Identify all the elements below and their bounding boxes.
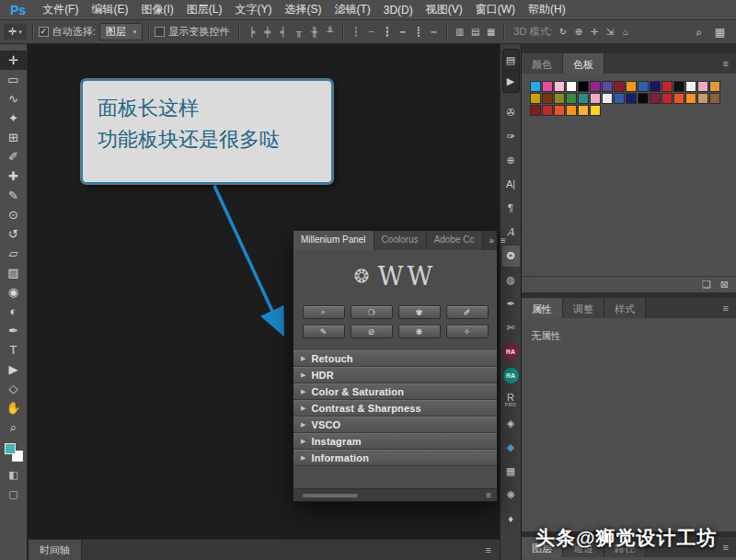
align-middle-icon[interactable]: ╫ [307, 25, 321, 40]
auto-select-checkbox[interactable]: ✓ [39, 27, 49, 37]
color-swatch[interactable] [578, 105, 589, 116]
3d-rotate-icon[interactable]: ↻ [557, 25, 570, 40]
color-swatch[interactable] [650, 93, 661, 104]
color-swatch[interactable] [638, 81, 649, 92]
clone-source-icon[interactable]: ⊕ [502, 150, 520, 171]
color-swatch[interactable] [614, 93, 625, 104]
retouch-pro-badge[interactable]: R PRO [502, 389, 520, 410]
screen-mode-icon[interactable]: ▢ [0, 485, 27, 504]
menu-item[interactable]: 文字(Y) [228, 2, 278, 17]
foreground-color-chip[interactable] [5, 443, 16, 454]
color-swatch[interactable] [614, 81, 625, 92]
move-tool[interactable]: ✛ [0, 51, 27, 70]
color-swatch[interactable] [697, 93, 708, 104]
panel-tab[interactable]: 样式 [604, 298, 646, 318]
align-top-icon[interactable]: ╥ [292, 25, 305, 40]
snowflake-panel-icon[interactable]: ❋ [502, 485, 520, 506]
cube-panel-icon[interactable]: ◈ [502, 413, 520, 434]
color-swatch[interactable] [673, 81, 684, 92]
panel-tab[interactable]: 调整 [563, 298, 604, 318]
gradient-tool[interactable]: ▨ [0, 263, 27, 282]
history-brush-tool[interactable]: ↺ [0, 224, 27, 244]
menu-item[interactable]: 滤镜(T) [328, 2, 376, 17]
blur-tool[interactable]: ◉ [0, 282, 27, 302]
color-swatch[interactable] [530, 105, 541, 116]
show-transform-checkbox[interactable] [155, 27, 165, 37]
color-button[interactable]: ❍ [351, 305, 393, 319]
distribute-left-icon[interactable]: ┅ [396, 25, 409, 40]
brush-settings-icon[interactable]: ✑ [502, 126, 520, 147]
color-swatch[interactable] [685, 81, 696, 92]
marquee-tool[interactable]: ▭ [0, 70, 27, 89]
menu-item[interactable]: 选择(S) [278, 2, 328, 17]
color-swatch[interactable] [542, 105, 553, 116]
portrait-button[interactable]: ✾ [398, 305, 441, 319]
menu-item[interactable]: 帮助(H) [522, 2, 572, 17]
color-swatch[interactable] [709, 81, 720, 92]
color-swatch[interactable] [697, 81, 708, 92]
color-swatch[interactable] [602, 81, 613, 92]
color-swatch[interactable] [542, 81, 553, 92]
arrange-icon-2[interactable]: ▤ [468, 25, 482, 40]
new-swatch-icon[interactable]: ❏ [702, 279, 711, 291]
distribute-center-icon[interactable]: ┋ [411, 25, 425, 40]
current-tool-button[interactable]: ✛ ▾ [4, 24, 27, 40]
workspace-icon[interactable]: ▦ [713, 25, 727, 40]
align-right-icon[interactable]: ╡ [276, 25, 290, 40]
quick-mask-icon[interactable]: ◧ [0, 465, 27, 485]
3d-slide-icon[interactable]: ⇲ [604, 25, 617, 40]
panel-menu-icon[interactable]: ≡ [716, 537, 736, 557]
magic-wand-tool[interactable]: ✦ [0, 109, 27, 128]
crop-tool[interactable]: ⊞ [0, 128, 27, 147]
scissors-icon[interactable]: ✄ [502, 317, 520, 338]
color-swatch[interactable] [578, 81, 589, 92]
eyedropper-tool[interactable]: ✐ [0, 147, 27, 166]
auto-select-dropdown[interactable]: 图层 ▾ [99, 23, 144, 40]
pen-button[interactable]: ✐ [446, 305, 489, 319]
color-swatch[interactable] [602, 93, 613, 104]
color-swatch[interactable] [709, 93, 720, 104]
color-swatch[interactable] [590, 93, 601, 104]
color-swatch[interactable] [650, 81, 661, 92]
menu-item[interactable]: 文件(F) [36, 2, 85, 17]
character-panel-icon[interactable]: A| [502, 174, 520, 195]
panel-section-header[interactable]: ▶ Information [293, 450, 497, 466]
overflow-icon[interactable]: » [489, 235, 495, 246]
align-left-icon[interactable]: ╞ [245, 25, 259, 40]
floating-panel-tab[interactable]: Adobe Cc [427, 231, 483, 250]
color-swatch[interactable] [685, 93, 696, 104]
hand-tool[interactable]: ✋ [0, 398, 27, 417]
clone-stamp-tool[interactable]: ⊙ [0, 205, 27, 224]
color-swatch[interactable] [578, 93, 589, 104]
color-swatch[interactable] [661, 93, 673, 104]
paragraph-panel-icon[interactable]: ¶ [502, 198, 520, 219]
color-swatch[interactable] [626, 93, 637, 104]
eraser-tool[interactable]: ▱ [0, 244, 27, 263]
color-swatch[interactable] [626, 81, 637, 92]
color-swatch[interactable] [566, 105, 577, 116]
color-swatch[interactable] [530, 81, 541, 92]
panel-tab[interactable]: 颜色 [522, 53, 563, 74]
color-swatch[interactable] [661, 81, 673, 92]
3d-drag-icon[interactable]: ✛ [588, 25, 602, 40]
adjustments-panel-icon[interactable]: ▤ [502, 50, 520, 71]
blue-cube-panel-icon[interactable]: ◆ [502, 437, 520, 458]
brush-tool[interactable]: ✎ [0, 186, 27, 205]
zoom-tool[interactable]: ⌕ [0, 417, 27, 437]
panel-footer-menu-icon[interactable]: ≡ [486, 490, 491, 500]
scrollbar-thumb[interactable] [303, 494, 358, 497]
panel-section-header[interactable]: ▶ Color & Saturation [293, 383, 497, 400]
patch-button[interactable]: ⊘ [351, 325, 393, 338]
distribute-top-icon[interactable]: ┆ [349, 25, 362, 40]
3d-roll-icon[interactable]: ⊕ [572, 25, 586, 40]
arrange-icon-1[interactable]: ▥ [453, 25, 466, 40]
panel-section-header[interactable]: ▶ VSCO [293, 417, 497, 433]
panel-section-header[interactable]: ▶ Retouch [293, 350, 497, 367]
distribute-bottom-icon[interactable]: ┇ [380, 25, 394, 40]
menu-item[interactable]: 视图(V) [420, 2, 469, 17]
distribute-middle-icon[interactable]: ┄ [364, 25, 378, 40]
sharpen-button[interactable]: ❋ [398, 325, 441, 338]
tool-presets-icon[interactable]: ✇ [502, 102, 520, 123]
color-swatch[interactable] [530, 93, 541, 104]
menu-item[interactable]: 图层(L) [180, 2, 229, 17]
